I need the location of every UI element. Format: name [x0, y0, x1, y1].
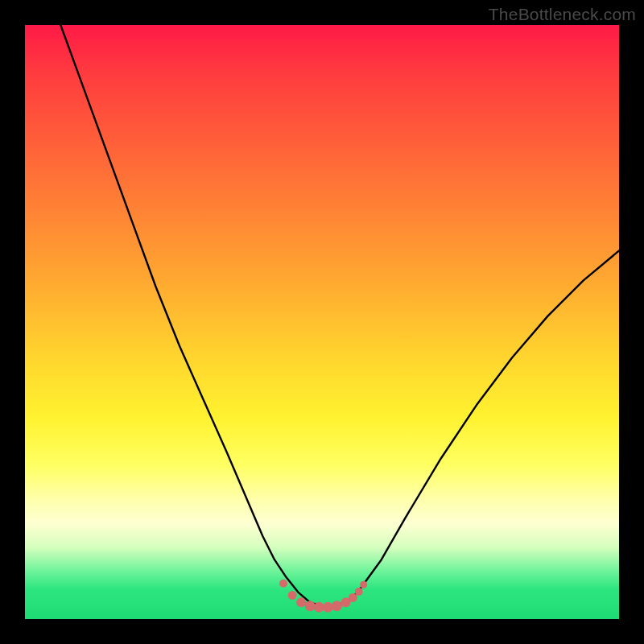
curve-group — [60, 25, 619, 606]
trough-marker — [288, 591, 297, 600]
trough-marker — [279, 580, 287, 588]
trough-marker — [305, 601, 316, 611]
trough-marker — [323, 602, 333, 613]
chart-overlay — [25, 25, 619, 619]
watermark-text: TheBottleneck.com — [489, 5, 636, 24]
trough-marker — [332, 601, 342, 611]
chart-frame: TheBottleneck.com — [0, 0, 644, 644]
bottleneck-curve — [60, 25, 619, 606]
trough-marker — [355, 588, 363, 596]
trough-marker — [360, 581, 367, 588]
trough-marker — [314, 602, 324, 613]
trough-marker — [296, 597, 306, 607]
